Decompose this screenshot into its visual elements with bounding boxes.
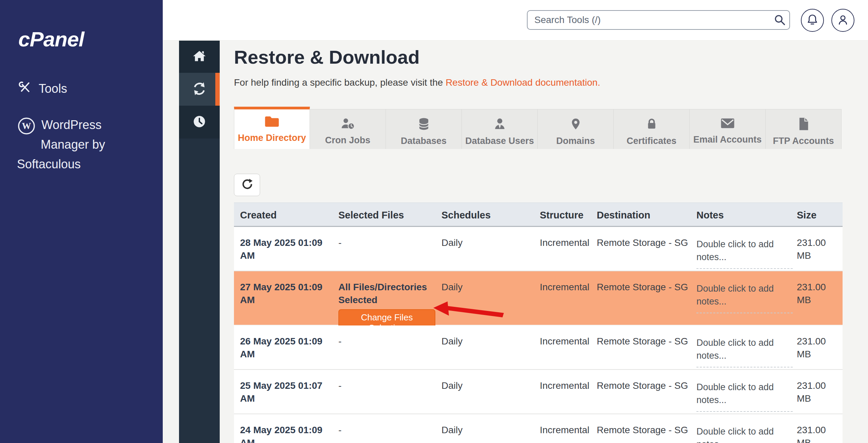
cell-structure: Incremental bbox=[540, 379, 596, 392]
cell-destination: Remote Storage - SG bbox=[597, 281, 694, 294]
database-icon bbox=[417, 117, 431, 132]
table-row[interactable]: 28 May 2025 01:09 AM-DailyIncrementalRem… bbox=[234, 227, 843, 271]
lock-icon bbox=[645, 117, 658, 132]
refresh-icon bbox=[241, 178, 254, 192]
column-header: Destination bbox=[597, 210, 650, 221]
svg-text:W: W bbox=[22, 121, 31, 131]
cell-created: 28 May 2025 01:09 AM bbox=[240, 236, 333, 262]
table-row[interactable]: 25 May 2025 01:07 AM-DailyIncrementalRem… bbox=[234, 370, 843, 414]
table-row[interactable]: 24 May 2025 01:09 AM-DailyIncrementalRem… bbox=[234, 414, 843, 443]
cell-schedules: Daily bbox=[441, 335, 509, 348]
tab-databases[interactable]: Databases bbox=[386, 109, 462, 149]
wordpress-icon: W bbox=[18, 117, 35, 136]
sidebar-item-label: Softaculous bbox=[17, 157, 81, 171]
cell-structure: Incremental bbox=[540, 335, 596, 348]
cell-notes: Double click to add notes... bbox=[696, 336, 793, 367]
table-body: 28 May 2025 01:09 AM-DailyIncrementalRem… bbox=[234, 227, 843, 443]
cell-size: 231.00 MB bbox=[797, 379, 841, 405]
rail-home-button[interactable] bbox=[179, 41, 220, 73]
rail-backup-restore-button[interactable] bbox=[179, 73, 220, 106]
search-input[interactable] bbox=[527, 10, 790, 30]
tab-domains[interactable]: Domains bbox=[538, 109, 614, 149]
column-header: Size bbox=[797, 210, 816, 221]
cell-selected-files: - bbox=[338, 379, 435, 392]
tab-certificates[interactable]: Certificates bbox=[614, 109, 690, 149]
clock-icon bbox=[193, 115, 206, 130]
help-text: For help finding a specific backup, plea… bbox=[234, 77, 600, 88]
cell-selected-files: - bbox=[338, 236, 435, 249]
user-account-button[interactable] bbox=[831, 9, 854, 32]
cell-notes: Double click to add notes... bbox=[696, 425, 793, 443]
cell-schedules: Daily bbox=[441, 236, 509, 249]
tools-icon bbox=[18, 81, 31, 97]
cell-created: 27 May 2025 01:09 AM bbox=[240, 281, 333, 307]
backups-table: Created Selected Files Schedules Structu… bbox=[234, 203, 843, 443]
cell-structure: Incremental bbox=[540, 424, 596, 437]
column-header: Created bbox=[240, 210, 277, 221]
envelope-icon bbox=[720, 117, 735, 131]
cell-selected-files: - bbox=[338, 424, 435, 437]
sidebar-item-label: WordPress bbox=[41, 118, 101, 132]
tab-cron-jobs[interactable]: Cron Jobs bbox=[310, 109, 386, 149]
cell-destination: Remote Storage - SG bbox=[597, 424, 694, 437]
sidebar: cPanel Tools W WordPress Manager by Soft… bbox=[0, 0, 163, 443]
cell-notes: Double click to add notes... bbox=[696, 381, 793, 412]
user-icon bbox=[837, 14, 849, 27]
home-icon bbox=[192, 49, 206, 65]
notes-editor[interactable]: Double click to add notes... bbox=[696, 282, 793, 313]
top-header bbox=[163, 0, 868, 41]
table-header: Created Selected Files Schedules Structu… bbox=[234, 203, 843, 227]
cron-jobs-icon bbox=[340, 117, 355, 132]
rail-history-button[interactable] bbox=[179, 106, 220, 139]
cpanel-logo[interactable]: cPanel bbox=[18, 27, 84, 51]
main-content: Restore & Download For help finding a sp… bbox=[220, 41, 868, 443]
sidebar-item-label: Tools bbox=[39, 82, 67, 96]
cell-size: 231.00 MB bbox=[797, 335, 841, 361]
notes-editor[interactable]: Double click to add notes... bbox=[696, 238, 793, 269]
cell-schedules: Daily bbox=[441, 379, 509, 392]
cell-structure: Incremental bbox=[540, 281, 596, 294]
cell-size: 231.00 MB bbox=[797, 424, 841, 443]
cell-size: 231.00 MB bbox=[797, 281, 841, 307]
documentation-link[interactable]: Restore & Download documentation. bbox=[446, 77, 600, 88]
cell-created: 24 May 2025 01:09 AM bbox=[240, 424, 333, 443]
page-title: Restore & Download bbox=[234, 46, 420, 68]
search-icon[interactable] bbox=[774, 14, 786, 27]
backup-type-tabs: Home Directory Cron Jobs bbox=[234, 107, 842, 149]
cell-schedules: Daily bbox=[441, 281, 509, 294]
tab-database-users[interactable]: Database Users bbox=[462, 109, 538, 149]
cell-structure: Incremental bbox=[540, 236, 596, 249]
tab-home-directory[interactable]: Home Directory bbox=[234, 107, 310, 149]
folder-icon bbox=[264, 115, 280, 129]
file-icon bbox=[798, 117, 809, 132]
refresh-table-button[interactable] bbox=[234, 174, 260, 196]
cell-notes: Double click to add notes... bbox=[696, 282, 793, 313]
bell-icon bbox=[806, 14, 818, 27]
search-tools bbox=[527, 10, 790, 30]
table-row[interactable]: 27 May 2025 01:09 AMAll Files/Directorie… bbox=[234, 271, 843, 325]
cell-destination: Remote Storage - SG bbox=[597, 335, 694, 348]
tab-email-accounts[interactable]: Email Accounts bbox=[690, 109, 766, 149]
tab-ftp-accounts[interactable]: FTP Accounts bbox=[766, 109, 842, 149]
table-row[interactable]: 26 May 2025 01:09 AM-DailyIncrementalRem… bbox=[234, 325, 843, 370]
notifications-button[interactable] bbox=[801, 9, 824, 32]
notes-editor[interactable]: Double click to add notes... bbox=[696, 381, 793, 412]
sidebar-item-tools[interactable]: Tools bbox=[18, 81, 67, 97]
database-user-icon bbox=[493, 117, 507, 132]
cell-schedules: Daily bbox=[441, 424, 509, 437]
notes-editor[interactable]: Double click to add notes... bbox=[696, 336, 793, 367]
cell-destination: Remote Storage - SG bbox=[597, 379, 694, 392]
icon-rail bbox=[179, 41, 220, 443]
sidebar-item-label: Manager by bbox=[41, 138, 105, 152]
column-header: Notes bbox=[696, 210, 724, 221]
column-header: Schedules bbox=[441, 210, 491, 221]
cell-created: 25 May 2025 01:07 AM bbox=[240, 379, 333, 405]
notes-editor[interactable]: Double click to add notes... bbox=[696, 425, 793, 443]
map-pin-icon bbox=[569, 117, 582, 132]
column-header: Structure bbox=[540, 210, 584, 221]
cell-notes: Double click to add notes... bbox=[696, 238, 793, 269]
sync-icon bbox=[192, 81, 207, 98]
cell-destination: Remote Storage - SG bbox=[597, 236, 694, 249]
cell-size: 231.00 MB bbox=[797, 236, 841, 262]
cell-created: 26 May 2025 01:09 AM bbox=[240, 335, 333, 361]
